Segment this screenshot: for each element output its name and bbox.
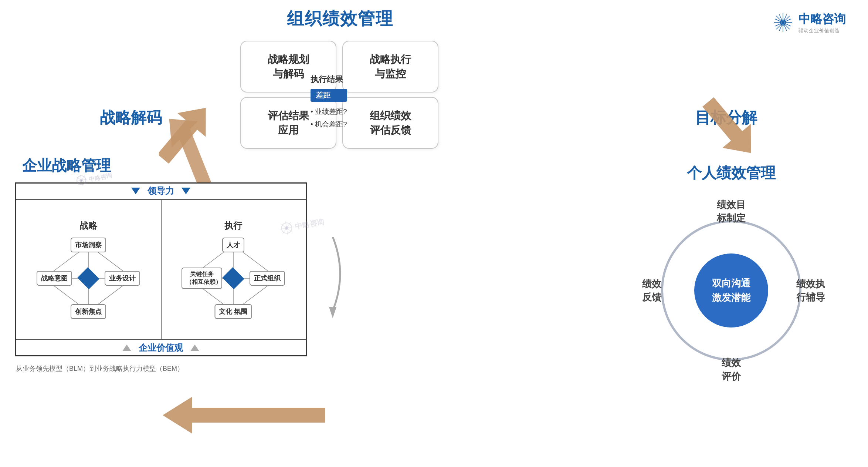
enterprise-strategy-title: 企业战略管理 (22, 155, 311, 176)
strat-node-bottom: 创新焦点 (71, 304, 106, 319)
blm-leadership: 领导力 (16, 183, 306, 200)
zhonglue-logo-icon (772, 11, 794, 34)
strat-node-top: 市场洞察 (71, 238, 106, 252)
exec-result: 执行结果 差距 • 业绩差距?• 机会差距? (311, 74, 347, 131)
blm-right-title: 执行 (224, 220, 242, 232)
exec-result-arrow (311, 237, 355, 318)
enterprise-strategy-section: 企业战略管理 领导力 企业价值观 战略 (15, 155, 311, 356)
exec-diamond: 人才 关键任务（相互依赖） 正式组织 文化 氛围 (182, 238, 285, 319)
svg-marker-38 (163, 397, 325, 434)
grid-cell-strategy-exec: 战略执行与监控 (342, 41, 438, 93)
svg-line-4 (776, 16, 783, 23)
blm-subtitle: 从业务领先模型（BLM）到业务战略执行力模型（BEM） (16, 364, 184, 373)
leadership-arrow-down-2 (182, 188, 190, 194)
strategy-diamond: 市场洞察 战略意图 业务设计 创新焦点 (37, 238, 140, 319)
strat-node-right: 业务设计 (105, 271, 140, 286)
personal-perf-section: 个人绩效管理 双向沟通激发潜能 绩效目标制定 绩效执行辅导 绩效评价 绩效反馈 (617, 163, 846, 387)
svg-rect-36 (222, 267, 244, 289)
logo-sub-text: 驱动企业价值创造 (799, 27, 846, 34)
decompose-arrow-svg (691, 93, 757, 167)
svg-line-7 (776, 23, 783, 29)
logo-main-text: 中略咨询 (799, 11, 846, 27)
blm-values: 企业价值观 (16, 339, 306, 356)
values-arrow-up-2 (190, 345, 199, 351)
blm-right-panel: 执行 人才 关键任务（相互依赖） 正式组织 文化 氛围 (161, 200, 306, 339)
values-arrow-up-1 (122, 345, 131, 351)
exec-result-title: 执行结果 (311, 74, 347, 85)
svg-marker-21 (694, 93, 757, 165)
leadership-arrow-down-1 (131, 188, 140, 194)
logo-text-block: 中略咨询 驱动企业价值创造 (799, 11, 846, 34)
exec-node-bottom: 文化 氛围 (214, 304, 252, 319)
exec-node-top: 人才 (222, 238, 244, 252)
exec-node-left: 关键任务（相互依赖） (182, 268, 222, 289)
org-perf-title: 组织绩效管理 (287, 7, 393, 30)
circle-diagram: 双向沟通激发潜能 绩效目标制定 绩效执行辅导 绩效评价 绩效反馈 (635, 194, 827, 387)
strat-node-left: 战略意图 (37, 271, 72, 286)
bottom-brown-arrow (163, 397, 325, 434)
grid-cell-org-feedback: 组织绩效评估反馈 (342, 97, 438, 149)
blm-box: 领导力 企业价值观 战略 (15, 182, 307, 356)
svg-line-6 (783, 16, 790, 23)
logo-area: 中略咨询 驱动企业价值创造 (772, 11, 846, 34)
circle-item-bottom: 绩效评价 (711, 356, 752, 383)
circle-center: 双向沟通激发潜能 (694, 253, 768, 327)
exec-gap-badge: 差距 (311, 89, 347, 102)
blm-left-title: 战略 (79, 220, 97, 232)
personal-perf-title: 个人绩效管理 (687, 163, 776, 183)
circle-item-right: 绩效执行辅导 (790, 277, 831, 304)
circle-item-top: 绩效目标制定 (711, 198, 752, 225)
svg-rect-29 (77, 267, 99, 289)
svg-line-5 (783, 23, 790, 29)
exec-bullets: • 业绩差距?• 机会差距? (311, 105, 347, 131)
circle-item-left: 绩效反馈 (631, 277, 672, 304)
exec-node-right: 正式组织 (250, 271, 285, 286)
svg-marker-37 (329, 307, 336, 318)
svg-point-17 (782, 21, 784, 24)
blm-left-panel: 战略 市场洞察 战略意图 业务设计 创新焦点 (16, 200, 161, 339)
